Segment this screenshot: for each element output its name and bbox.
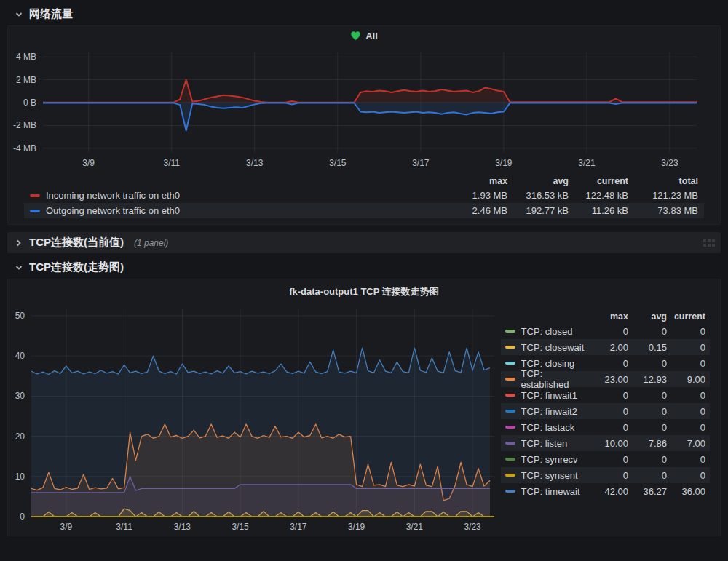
legend-series-label: TCP: closing	[521, 358, 575, 369]
panel-title-text: All	[365, 31, 378, 41]
legend-series-toggle[interactable]: TCP: listen	[505, 438, 586, 449]
x-tick-label: 3/15	[329, 158, 347, 168]
legend-series-toggle[interactable]: Incoming network traffic on eth0	[30, 190, 440, 201]
legend-stat-max: 10.00	[586, 438, 628, 449]
series-color-swatch-icon[interactable]	[505, 426, 515, 429]
series-color-swatch-icon[interactable]	[505, 442, 515, 445]
x-tick-label: 3/11	[164, 158, 181, 168]
x-tick-label: 3/17	[412, 158, 430, 168]
tcp-trend-chart[interactable]: 3/93/113/133/153/173/193/213/23010203040…	[8, 301, 501, 536]
legend-sort-header[interactable]: total	[628, 176, 698, 186]
legend-series-toggle[interactable]: TCP: closing	[505, 358, 586, 369]
x-tick-label: 3/15	[232, 522, 249, 532]
legend-series-toggle[interactable]: TCP: lastack	[505, 422, 586, 433]
network-traffic-chart[interactable]: 3/93/113/133/153/173/193/213/234 MB2 MB0…	[8, 45, 720, 170]
legend-series-toggle[interactable]: TCP: closed	[505, 326, 586, 337]
legend-stat-max: 0	[586, 390, 628, 401]
x-tick-label: 3/11	[116, 522, 132, 532]
legend-series-label: TCP: timewait	[521, 486, 580, 497]
series-color-swatch-icon[interactable]	[505, 330, 515, 333]
series-color-swatch-icon[interactable]	[30, 194, 40, 197]
panel-count-hint: (1 panel)	[134, 238, 168, 248]
legend-series-label: TCP: finwait2	[521, 406, 577, 417]
legend-stat-total: 121.23 MB	[628, 190, 698, 201]
row-header-tcp-current-collapsed[interactable]: TCP连接数(当前值) (1 panel)	[7, 232, 721, 253]
legend-series-toggle[interactable]: TCP: closewait	[505, 342, 586, 353]
y-tick-label: 40	[15, 351, 25, 361]
legend-series-toggle[interactable]: Outgoing network traffic on eth0	[30, 205, 440, 216]
legend-series-toggle[interactable]: TCP: synsent	[505, 470, 586, 481]
series-color-swatch-icon[interactable]	[505, 394, 515, 397]
legend-row: TCP: closed000	[501, 323, 710, 339]
legend-series-label: TCP: closewait	[521, 342, 585, 353]
legend-stat-current: 0	[667, 470, 705, 481]
series-color-swatch-icon[interactable]	[505, 490, 515, 493]
legend-row: TCP: established23.0012.939.00	[501, 371, 710, 387]
legend-stat-current: 0	[667, 406, 705, 417]
legend-sort-header[interactable]: max	[440, 176, 507, 186]
legend-stat-current: 9.00	[667, 374, 705, 385]
legend-row: TCP: synsent000	[501, 467, 710, 483]
series-color-swatch-icon[interactable]	[505, 362, 515, 365]
legend-stat-current: 0	[667, 422, 705, 433]
tcp-trend-legend: maxavgcurrentTCP: closed000TCP: closewai…	[501, 310, 710, 499]
legend-stat-avg: 0	[628, 422, 667, 433]
row-title: TCP连接数(走势图)	[29, 260, 124, 274]
grafana-dashboard: 网络流量 All 3/93/113/133/153/173/193/213/23…	[0, 0, 728, 561]
row-title: TCP连接数(当前值)	[29, 236, 124, 250]
series-color-swatch-icon[interactable]	[505, 410, 515, 413]
legend-series-toggle[interactable]: TCP: finwait2	[505, 406, 586, 417]
legend-sort-header[interactable]: current	[569, 176, 628, 186]
series-color-swatch-icon[interactable]	[505, 474, 515, 477]
legend-row: TCP: timewait42.0036.2736.00	[501, 483, 710, 499]
y-tick-label: -4 MB	[13, 143, 36, 154]
legend-header-row: maxavgcurrenttotal	[24, 175, 704, 188]
series-color-swatch-icon[interactable]	[30, 210, 40, 212]
network-traffic-legend: maxavgcurrenttotalIncoming network traff…	[24, 175, 704, 218]
row-header-network-traffic[interactable]: 网络流量	[0, 0, 728, 25]
legend-series-label: Outgoing network traffic on eth0	[46, 205, 180, 216]
series-area	[31, 348, 490, 517]
legend-series-toggle[interactable]: TCP: established	[505, 368, 586, 390]
panel-title-network[interactable]: All	[8, 26, 720, 45]
series-color-swatch-icon[interactable]	[505, 378, 515, 381]
legend-stat-max: 1.93 MB	[440, 190, 507, 201]
row-header-tcp-trend[interactable]: TCP连接数(走势图)	[0, 253, 728, 279]
legend-series-label: TCP: synrecv	[521, 454, 578, 465]
legend-series-label: TCP: closed	[521, 326, 573, 337]
legend-series-toggle[interactable]: TCP: finwait1	[505, 390, 586, 401]
x-tick-label: 3/13	[174, 522, 191, 532]
row-drag-handle-icon[interactable]	[703, 235, 715, 251]
legend-sort-header[interactable]: max	[586, 311, 628, 322]
panel-title-tcp-trend[interactable]: fk-data-output1 TCP 连接数走势图	[8, 279, 720, 301]
series-area	[43, 103, 697, 130]
legend-row: TCP: finwait1000	[501, 387, 710, 403]
legend-stat-max: 42.00	[586, 486, 628, 497]
legend-stat-max: 0	[586, 358, 628, 369]
legend-stat-total: 73.83 MB	[628, 205, 698, 216]
series-color-swatch-icon[interactable]	[505, 458, 515, 461]
legend-series-label: Incoming network traffic on eth0	[46, 190, 180, 201]
x-tick-label: 3/19	[348, 522, 365, 532]
legend-sort-header[interactable]: avg	[628, 311, 667, 322]
legend-row: TCP: listen10.007.867.00	[501, 435, 710, 451]
legend-stat-avg: 0	[628, 470, 667, 481]
y-tick-label: 0	[20, 512, 25, 522]
legend-series-toggle[interactable]: TCP: timewait	[505, 486, 586, 497]
y-tick-label: 2 MB	[16, 75, 36, 85]
legend-stat-current: 0	[667, 358, 705, 369]
legend-stat-avg: 316.53 kB	[507, 190, 569, 201]
legend-series-toggle[interactable]: TCP: synrecv	[505, 454, 586, 465]
legend-stat-max: 0	[586, 454, 628, 465]
legend-stat-avg: 36.27	[628, 486, 667, 497]
x-tick-label: 3/17	[290, 522, 307, 532]
x-tick-label: 3/13	[246, 158, 264, 168]
legend-stat-avg: 0	[628, 390, 667, 401]
legend-row: TCP: synrecv000	[501, 451, 710, 467]
legend-sort-header[interactable]: avg	[507, 176, 569, 186]
legend-sort-header[interactable]: current	[667, 311, 705, 322]
legend-stat-current: 0	[667, 342, 705, 353]
legend-row: Outgoing network traffic on eth02.46 MB1…	[24, 203, 704, 218]
series-color-swatch-icon[interactable]	[505, 346, 515, 349]
y-tick-label: 20	[15, 431, 25, 442]
